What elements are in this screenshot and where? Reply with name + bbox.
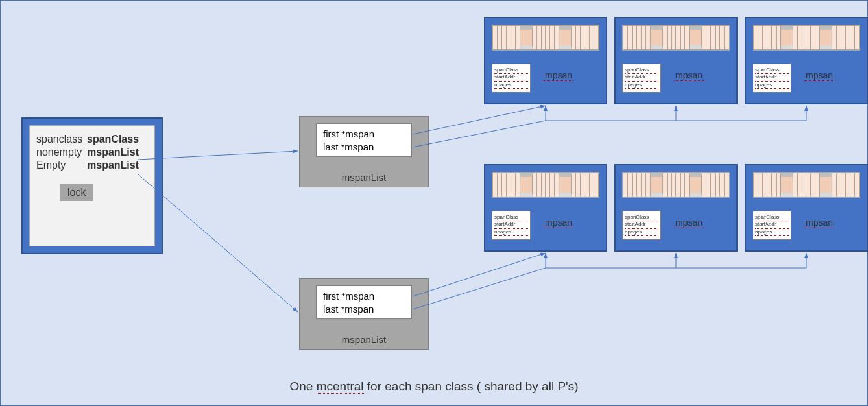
mspan-meta: spanClass startAddr npages — [753, 211, 791, 240]
mspanlist-inner: first *mspan last *mspan — [316, 123, 412, 157]
mspanlist-first: first *mspan — [323, 290, 405, 303]
mcentral-val: mspanList — [87, 147, 139, 158]
mspan-meta: spanClass startAddr npages — [492, 64, 531, 93]
mspan-meta: spanClass startAddr npages — [753, 64, 791, 93]
mspan-meta-npages: npages — [625, 229, 658, 236]
mspan-label: mpsan — [544, 70, 573, 81]
mspan-slots — [622, 172, 730, 198]
mspan-meta-npages: npages — [755, 229, 789, 236]
mcentral-row-nonempty: nonempty mspanList — [36, 147, 148, 158]
mcentral-key: spanclass — [36, 134, 87, 145]
mspan-meta: spanClass startAddr npages — [622, 64, 661, 93]
mspanlist-last: last *mspan — [323, 141, 405, 154]
mcentral-row-spanclass: spanclass spanClass — [36, 134, 148, 145]
mcentral-box: spanclass spanClass nonempty mspanList E… — [21, 117, 163, 254]
mspanlist-bottom: first *mspan last *mspan mspanList — [299, 278, 429, 350]
mspan-meta: spanClass startAddr npages — [492, 211, 531, 240]
mspan-meta-npages: npages — [625, 82, 658, 89]
mspan-slots — [492, 172, 599, 198]
mspan-slots — [622, 25, 730, 51]
mspan-meta-npages: npages — [494, 82, 528, 89]
mspan-label: mpsan — [804, 217, 834, 228]
mspan-box: spanClass startAddr npages mpsan — [484, 164, 607, 252]
mcentral-row-empty: Empty mspanList — [36, 160, 148, 171]
mspan-meta-spanclass: spanClass — [494, 67, 528, 74]
mspan-meta-startaddr: startAddr — [755, 74, 789, 81]
lock-label: lock — [60, 184, 93, 201]
mcentral-key: nonempty — [36, 147, 87, 158]
mspan-slots — [753, 172, 860, 198]
mspanlist-first: first *mspan — [323, 128, 405, 141]
mspan-box: spanClass startAddr npages mpsan — [614, 164, 738, 252]
mspan-meta: spanClass startAddr npages — [622, 211, 661, 240]
mspan-meta-spanclass: spanClass — [625, 67, 658, 74]
mspan-slots — [753, 25, 860, 51]
caption: One mcentral for each span class ( share… — [1, 379, 867, 394]
mspan-label: mpsan — [674, 70, 704, 81]
mspan-meta-startaddr: startAddr — [755, 221, 789, 228]
mspan-box: spanClass startAddr npages mpsan — [745, 17, 868, 104]
caption-p3: for each span class ( shared by all P's) — [364, 379, 579, 393]
mcentral-val: spanClass — [87, 134, 139, 145]
mspan-box: spanClass startAddr npages mpsan — [614, 17, 738, 104]
diagram-canvas: spanclass spanClass nonempty mspanList E… — [0, 0, 868, 406]
mspanlist-last: last *mspan — [323, 303, 405, 316]
mspan-label: mpsan — [804, 70, 834, 81]
svg-line-2 — [413, 106, 546, 134]
mspan-label: mpsan — [674, 217, 704, 228]
mspan-meta-spanclass: spanClass — [625, 214, 658, 221]
mspan-meta-npages: npages — [755, 82, 789, 89]
mspanlist-inner: first *mspan last *mspan — [316, 285, 412, 319]
caption-p1: One — [289, 379, 316, 393]
mspanlist-label: mspanList — [300, 334, 428, 345]
mcentral-inner: spanclass spanClass nonempty mspanList E… — [29, 125, 155, 246]
mspan-box: spanClass startAddr npages mpsan — [484, 17, 607, 104]
mspan-label: mpsan — [544, 217, 573, 228]
svg-line-3 — [413, 253, 546, 296]
caption-p2: mcentral — [317, 379, 364, 394]
mspan-box: spanClass startAddr npages mpsan — [745, 164, 868, 252]
mspan-meta-spanclass: spanClass — [494, 214, 528, 221]
mspanlist-top: first *mspan last *mspan mspanList — [299, 116, 429, 187]
mspan-meta-startaddr: startAddr — [625, 74, 658, 81]
mcentral-key: Empty — [36, 160, 87, 171]
mspan-meta-spanclass: spanClass — [755, 214, 789, 221]
mspan-meta-startaddr: startAddr — [494, 221, 528, 228]
mspan-meta-spanclass: spanClass — [755, 67, 789, 74]
mcentral-val: mspanList — [87, 160, 139, 171]
mspan-slots — [492, 25, 599, 51]
mspan-meta-startaddr: startAddr — [625, 221, 658, 228]
mspanlist-label: mspanList — [300, 172, 428, 183]
mspan-meta-npages: npages — [494, 229, 528, 236]
mspan-meta-startaddr: startAddr — [494, 74, 528, 81]
